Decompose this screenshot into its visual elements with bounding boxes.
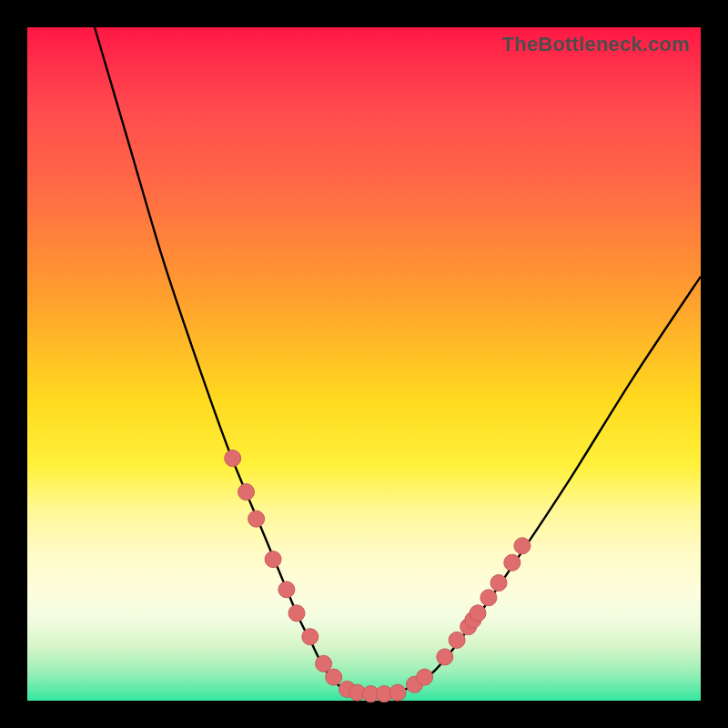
marker-group (225, 450, 531, 703)
data-marker (389, 684, 406, 701)
data-marker (265, 551, 281, 568)
chart-frame: TheBottleneck.com (0, 0, 728, 728)
data-marker (288, 605, 305, 622)
bottleneck-curve (95, 27, 701, 694)
data-marker (437, 649, 453, 665)
data-marker (238, 484, 255, 500)
data-marker (504, 554, 521, 571)
data-marker (248, 511, 265, 527)
plot-area: TheBottleneck.com (27, 27, 701, 701)
data-marker (470, 605, 486, 622)
data-marker (225, 450, 241, 467)
data-marker (417, 669, 433, 685)
data-marker (326, 669, 342, 685)
data-marker (490, 575, 507, 592)
curve-layer (27, 27, 701, 701)
data-marker (278, 581, 295, 598)
data-marker (302, 629, 318, 645)
data-marker (316, 655, 332, 672)
data-marker (449, 632, 465, 648)
data-marker (480, 590, 497, 606)
data-marker (514, 538, 531, 554)
